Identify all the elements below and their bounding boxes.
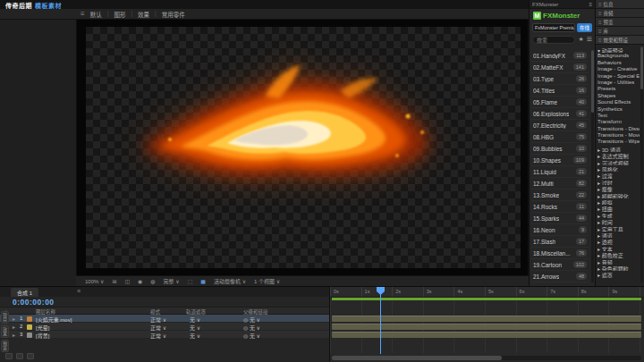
search-input[interactable]: 搜索 bbox=[532, 36, 575, 44]
category-item[interactable]: 12.Multi82 bbox=[531, 178, 589, 189]
transparency-grid-icon[interactable]: ▦ bbox=[200, 278, 206, 284]
expand-switches-toggle[interactable] bbox=[5, 353, 13, 359]
category-item[interactable]: 08.HBG75 bbox=[531, 131, 589, 143]
panel-header-3[interactable]: ≡预览 bbox=[596, 18, 644, 27]
zoom-select[interactable]: 100% ∨ bbox=[85, 278, 104, 284]
preset-item[interactable]: Presets bbox=[597, 86, 640, 92]
layer-label-chip[interactable] bbox=[27, 333, 32, 338]
inout-panes-toggle[interactable] bbox=[27, 353, 34, 359]
preset-item[interactable]: ▸ 风格化 bbox=[597, 165, 640, 172]
panel-header-1[interactable]: ≡信息 bbox=[596, 0, 644, 9]
preset-item[interactable]: ▾ 动画预设 bbox=[597, 46, 640, 53]
transfer-controls-toggle[interactable] bbox=[16, 353, 23, 359]
layer-label-chip[interactable] bbox=[27, 324, 32, 330]
composition-viewer[interactable] bbox=[76, 20, 529, 275]
list-view-icon[interactable]: ☰ bbox=[587, 36, 592, 43]
presets-scrollbar[interactable] bbox=[640, 46, 643, 282]
preset-item[interactable]: ▸ 颜色校正 bbox=[597, 251, 640, 257]
preset-item[interactable]: Backgrounds bbox=[597, 53, 640, 59]
layer-expand-arrow[interactable]: ▸ bbox=[13, 332, 15, 338]
preset-item[interactable]: ▸ 模糊和锐化 bbox=[597, 192, 640, 198]
mask-visibility-icon[interactable]: ◫ bbox=[124, 278, 130, 284]
category-item[interactable]: 16.Neon9 bbox=[531, 224, 589, 236]
current-timecode[interactable]: 0:00:00:00 bbox=[13, 298, 55, 307]
docked-tab-3[interactable]: 预览 bbox=[1, 340, 9, 352]
resolution-select[interactable]: 完整 ∨ bbox=[164, 277, 180, 285]
category-item[interactable]: 18.Miscellan...76 bbox=[531, 248, 589, 259]
roi-icon[interactable]: ⬚ bbox=[188, 278, 193, 284]
fxmonster-panel-tab[interactable]: FXMonster ≡ bbox=[530, 0, 595, 9]
scrollbar-thumb[interactable] bbox=[640, 46, 643, 89]
category-item[interactable]: 13.Smoke22 bbox=[531, 189, 589, 201]
layer-name[interactable]: [背景] bbox=[36, 332, 49, 340]
category-item[interactable]: 04.Titles16 bbox=[531, 85, 589, 97]
parent-select[interactable]: ◎ 无 ∨ bbox=[243, 332, 260, 340]
preset-item[interactable]: Shapes bbox=[597, 93, 640, 99]
favorites-star-icon[interactable]: ★ bbox=[578, 36, 583, 43]
category-item[interactable]: 19.Cartoon102 bbox=[531, 259, 589, 271]
channels-icon[interactable]: ◍ bbox=[150, 278, 155, 284]
preset-item[interactable]: ▸ 扭曲 bbox=[597, 205, 640, 211]
layer-duration-bar[interactable] bbox=[332, 332, 641, 338]
docked-tab-2[interactable]: 效果 bbox=[1, 325, 9, 338]
category-item[interactable]: 05.Flame40 bbox=[531, 97, 589, 108]
category-scrollbar[interactable] bbox=[591, 50, 594, 282]
workspace-tab-4[interactable]: 常用零件 bbox=[162, 10, 185, 19]
layer-duration-bar[interactable] bbox=[332, 316, 641, 322]
layer-label-chip[interactable] bbox=[27, 316, 32, 322]
preset-item[interactable]: ▸ 遮罩 bbox=[597, 271, 640, 277]
panel-menu-icon[interactable]: ≡ bbox=[589, 2, 592, 7]
preset-item[interactable]: ▸ 过时 bbox=[597, 179, 640, 185]
workspace-tab-2[interactable]: 图形 bbox=[114, 10, 125, 19]
workspace-tab-3[interactable]: 效果 bbox=[138, 10, 149, 19]
category-item[interactable]: 01.HandyFX113 bbox=[531, 50, 589, 62]
timeline-horizontal-scrollbar[interactable] bbox=[332, 356, 641, 360]
preset-item[interactable]: ▸ 生成 bbox=[597, 212, 640, 218]
preset-item[interactable]: Transform bbox=[597, 119, 640, 125]
preset-item[interactable]: Behaviors bbox=[597, 60, 640, 66]
panel-header-4[interactable]: ≡库 bbox=[596, 27, 644, 36]
category-item[interactable]: 07.Electricity45 bbox=[531, 120, 589, 131]
preset-item[interactable]: ▸ 表达式控制 bbox=[597, 152, 640, 158]
preset-item[interactable]: Transitions - Wipes bbox=[597, 139, 640, 145]
preset-item[interactable]: Image - Utilities bbox=[597, 80, 640, 86]
preset-item[interactable]: Image - Special Effects bbox=[597, 73, 640, 80]
preset-item[interactable]: ▸ 通道 bbox=[597, 232, 640, 238]
preset-item[interactable]: ▸ 时间 bbox=[597, 218, 640, 224]
view-layout-select[interactable]: 1 个视图 ∨ bbox=[254, 277, 280, 285]
layer-row[interactable]: ●▸3[背景]正常 ∨无 ∨◎ 无 ∨ bbox=[0, 331, 329, 339]
preset-item[interactable]: Transitions - Movement bbox=[597, 132, 640, 139]
layer-row[interactable]: ●▸2[光晕]正常 ∨无 ∨◎ 无 ∨ bbox=[0, 323, 329, 331]
preset-item[interactable]: ▸ 沉浸式视频 bbox=[597, 159, 640, 165]
category-item[interactable]: 06.Explosions41 bbox=[531, 108, 589, 120]
preset-item[interactable]: ▸ 透视 bbox=[597, 238, 640, 244]
category-item[interactable]: 21.Arrows48 bbox=[531, 271, 589, 282]
workspace-tab-1[interactable]: 默认 bbox=[90, 10, 102, 19]
scrollbar-thumb[interactable] bbox=[591, 50, 594, 113]
online-button[interactable]: 在线 bbox=[577, 23, 592, 32]
preset-item[interactable]: ▸ 过渡 bbox=[597, 172, 640, 178]
docked-tab-1[interactable]: 项目 bbox=[1, 311, 9, 324]
timeline-track-area[interactable]: 0s1s2s3s4s5s6s7s8s9s bbox=[329, 287, 644, 362]
layer-row[interactable]: ●▸1[火焰元素.mov]正常 ∨无 ∨◎ 无 ∨ bbox=[0, 315, 329, 323]
camera-select[interactable]: 活动摄像机 ∨ bbox=[214, 277, 246, 285]
preset-item[interactable]: Sound Effects bbox=[597, 99, 640, 105]
preset-item[interactable]: ▸ 3D 通道 bbox=[597, 146, 640, 152]
preset-item[interactable]: Text bbox=[597, 113, 640, 119]
preset-item[interactable]: ▸ 实用工具 bbox=[597, 225, 640, 232]
preset-item[interactable]: ▸ 杂色和颗粒 bbox=[597, 265, 640, 271]
preset-item[interactable]: Image - Creative bbox=[597, 66, 640, 72]
snapshot-icon[interactable]: ◉ bbox=[138, 278, 142, 284]
layer-expand-arrow[interactable]: ▸ bbox=[13, 316, 15, 322]
preset-item[interactable]: Synthetics bbox=[597, 106, 640, 113]
category-item[interactable]: 17.Slash17 bbox=[531, 236, 589, 248]
category-item[interactable]: 02.MatteFX141 bbox=[531, 62, 589, 73]
layer-duration-bar[interactable] bbox=[332, 324, 641, 330]
grid-options-icon[interactable]: ⊞ bbox=[112, 278, 116, 284]
category-item[interactable]: 09.Bubbles10 bbox=[531, 143, 589, 155]
category-item[interactable]: 15.Sparks44 bbox=[531, 213, 589, 224]
composition-tab[interactable]: 合成 1 bbox=[11, 288, 38, 297]
pack-select[interactable]: FxMonster Premium Pack ∨ bbox=[532, 23, 575, 32]
category-item[interactable]: 11.Liquid21 bbox=[531, 166, 589, 178]
preset-item[interactable]: ▸ 文本 bbox=[597, 245, 640, 251]
